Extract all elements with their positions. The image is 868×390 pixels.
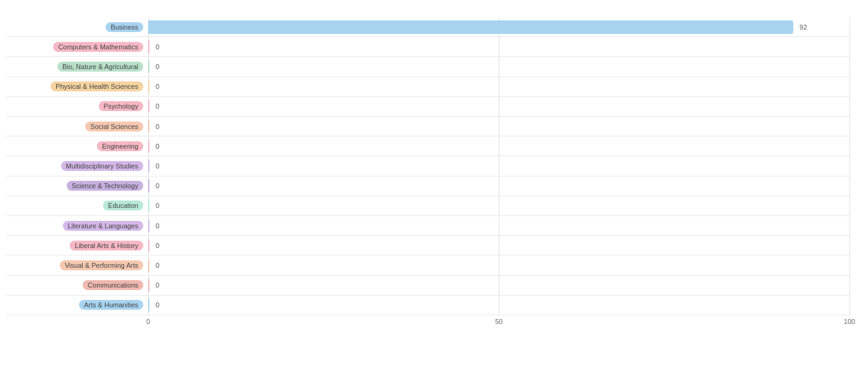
label-pill: Bio, Nature & Agricultural (57, 62, 143, 72)
bar-track: 0 (148, 255, 849, 275)
x-axis-tick: 0 (146, 318, 150, 325)
label-pill: Liberal Arts & History (70, 241, 143, 251)
bar-row: Arts & Humanities0 (6, 296, 849, 315)
bar-track: 0 (148, 176, 849, 196)
x-axis-tick: 100 (844, 318, 855, 325)
bar-row: Psychology0 (6, 97, 849, 117)
bar-fill (148, 219, 149, 233)
x-axis: 050100 (148, 318, 849, 330)
bar-value: 0 (156, 262, 159, 269)
grid-line (849, 17, 850, 315)
bar-value: 0 (156, 242, 159, 249)
label-pill: Business (106, 22, 143, 32)
bar-row: Visual & Performing Arts0 (6, 255, 849, 275)
bar-fill (148, 239, 149, 252)
chart-container: Business92Computers & Mathematics0Bio, N… (0, 0, 868, 390)
bar-fill (148, 20, 793, 34)
label-pill: Computers & Mathematics (53, 42, 143, 52)
bar-row: Liberal Arts & History0 (6, 236, 849, 255)
bar-row: Literature & Languages0 (6, 216, 849, 236)
bar-row: Business92 (6, 17, 849, 37)
bar-track: 0 (148, 156, 849, 175)
x-axis-tick: 50 (495, 318, 503, 325)
bar-label: Education (6, 201, 148, 210)
bar-value: 0 (156, 143, 159, 150)
bar-value: 0 (156, 123, 159, 130)
bar-value: 0 (156, 63, 159, 70)
bar-label: Psychology (6, 101, 148, 111)
bar-fill (148, 159, 149, 173)
bar-row: Social Sciences0 (6, 117, 849, 136)
bar-label: Visual & Performing Arts (6, 260, 148, 270)
bar-fill (148, 298, 149, 312)
label-pill: Literature & Languages (63, 221, 143, 231)
bar-value: 0 (156, 102, 159, 110)
bar-value: 0 (156, 301, 159, 309)
bar-value: 0 (156, 83, 159, 90)
bar-label: Computers & Mathematics (6, 42, 148, 52)
bar-fill (148, 60, 149, 73)
bar-track: 0 (148, 97, 849, 116)
bar-label: Liberal Arts & History (6, 241, 148, 251)
bar-value: 0 (156, 162, 159, 170)
label-pill: Science & Technology (67, 181, 143, 191)
bar-track: 0 (148, 37, 849, 56)
bar-track: 0 (148, 117, 849, 136)
bar-track: 0 (148, 216, 849, 235)
bar-label: Multidisciplinary Studies (6, 161, 148, 171)
bar-fill (148, 99, 149, 113)
bar-label: Science & Technology (6, 181, 148, 191)
bar-label: Physical & Health Sciences (6, 81, 148, 91)
bar-fill (148, 278, 149, 292)
label-pill: Arts & Humanities (79, 300, 143, 310)
bar-row: Communications0 (6, 276, 849, 296)
bar-fill (148, 120, 149, 133)
bar-row: Education0 (6, 196, 849, 216)
bar-fill (148, 259, 149, 272)
bar-track: 92 (148, 17, 849, 36)
label-pill: Education (103, 201, 143, 210)
bar-row: Computers & Mathematics0 (6, 37, 849, 57)
bar-fill (148, 179, 149, 193)
bar-label: Bio, Nature & Agricultural (6, 62, 148, 72)
bar-value: 0 (156, 182, 159, 189)
label-pill: Multidisciplinary Studies (61, 161, 143, 171)
label-pill: Physical & Health Sciences (51, 81, 143, 91)
bar-value: 0 (156, 222, 159, 230)
bar-value: 0 (156, 43, 159, 51)
bar-track: 0 (148, 77, 849, 96)
chart-area: Business92Computers & Mathematics0Bio, N… (6, 17, 849, 330)
label-pill: Social Sciences (85, 122, 143, 131)
bar-value: 0 (156, 281, 159, 289)
label-pill: Communications (83, 280, 143, 290)
bar-track: 0 (148, 196, 849, 215)
bar-row: Science & Technology0 (6, 176, 849, 196)
bar-label: Social Sciences (6, 122, 148, 131)
bar-track: 0 (148, 276, 849, 295)
label-pill: Visual & Performing Arts (60, 260, 143, 270)
bar-track: 0 (148, 57, 849, 76)
bar-fill (148, 80, 149, 93)
bars-section: Business92Computers & Mathematics0Bio, N… (6, 17, 849, 315)
bar-row: Bio, Nature & Agricultural0 (6, 57, 849, 77)
label-pill: Engineering (97, 141, 143, 151)
bar-row: Engineering0 (6, 136, 849, 156)
bar-fill (148, 40, 149, 54)
bar-track: 0 (148, 136, 849, 156)
bar-label: Arts & Humanities (6, 300, 148, 310)
bar-fill (148, 199, 149, 212)
bar-value: 0 (156, 202, 159, 209)
bar-value: 92 (799, 23, 807, 31)
bar-fill (148, 139, 149, 153)
bar-row: Multidisciplinary Studies0 (6, 156, 849, 176)
bar-label: Engineering (6, 141, 148, 151)
bar-label: Literature & Languages (6, 221, 148, 231)
bar-label: Business (6, 22, 148, 32)
bar-track: 0 (148, 296, 849, 315)
label-pill: Psychology (99, 101, 143, 111)
bar-label: Communications (6, 280, 148, 290)
bar-track: 0 (148, 236, 849, 255)
bar-row: Physical & Health Sciences0 (6, 77, 849, 97)
